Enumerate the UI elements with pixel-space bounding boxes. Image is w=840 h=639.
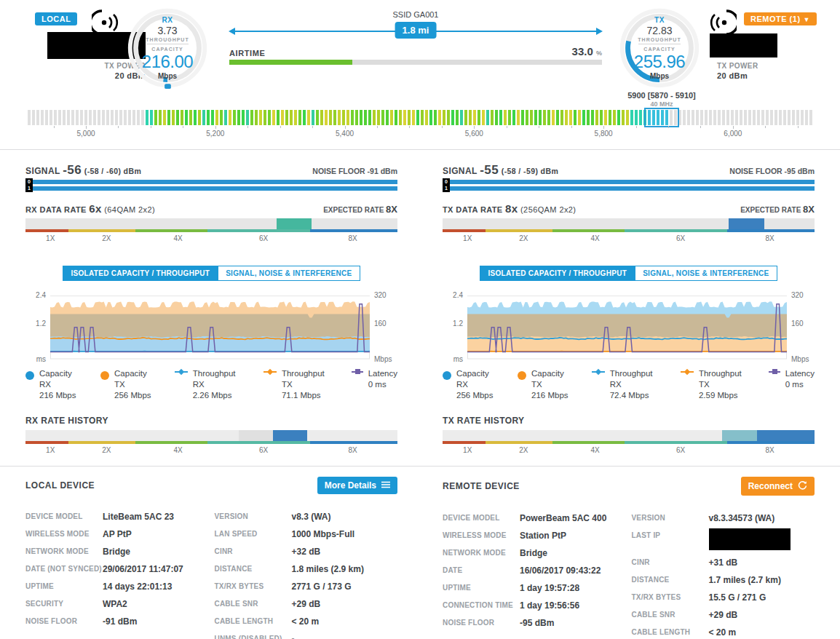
field-label: NOISE FLOOR [25,616,103,627]
rate-scale-segment [68,229,135,232]
refresh-icon [798,480,807,492]
capacity-throughput-chart: 2.41.2ms 320160Mbps [443,290,815,360]
chain-1-fill [443,186,815,191]
rate-scale-segment [25,229,68,232]
spectrum-bar [639,110,642,125]
chain-1-label: 1 [443,185,450,192]
spectrum-bar [45,110,48,125]
chain-1-signal-bar: 1 [25,186,397,191]
device-fields-column-1: DEVICE MODELLiteBeam 5AC 23WIRELESS MODE… [25,512,200,639]
field-value: 29/06/2017 11:47:07 [103,564,200,574]
axis-tick [86,126,87,129]
rate-scale-segment [486,229,552,232]
spectrum-bar [128,110,131,125]
tab-isolated-capacity-throughput[interactable]: ISOLATED CAPACITY / THROUGHPUT [63,266,218,281]
rx-gauge-throughput-label: THROUGHPUT [146,37,189,42]
spectrum-bar [32,110,35,125]
spectrum-bar [438,110,441,125]
rate-scale-label: 8X [766,234,774,242]
legend-item-capacity-rx: Capacity RX256 Mbps [443,368,500,401]
rate-scale-segment [625,229,727,232]
noise-floor: NOISE FLOOR -95 dBm [729,167,815,175]
spectrum-bar [805,110,808,125]
rate-scale-segment [552,441,625,444]
field-value: 1.7 miles (2.7 km) [709,575,815,585]
spectrum-bar [215,110,218,125]
rate-block [757,430,815,441]
axis-tick-label: 6,000 [724,130,742,138]
line-swatch-icon [264,371,277,373]
tab-signal-noise-interference[interactable]: SIGNAL, NOISE & INTERFERENCE [635,266,777,281]
spectrum-bar [390,110,393,125]
spectrum-bar [124,110,127,125]
spectrum-bar [58,110,61,125]
spectrum-bar [740,110,742,125]
rate-scale-segment [486,441,552,444]
chain-0-fill [443,180,815,184]
axis-tick [345,126,346,129]
rx-gauge-unit: Mbps [158,72,177,80]
rate-scale-label: 2X [102,446,111,454]
field-value: Station PtP [520,531,617,541]
dot-swatch-icon [443,371,451,380]
spectrum-bar [709,110,712,125]
expected-rate: EXPECTED RATE 8X [323,204,397,215]
line-swatch-icon [175,371,188,373]
local-badge: LOCAL [35,12,77,25]
field-label: NETWORK MODE [25,547,103,557]
device-action-button[interactable]: Reconnect [741,477,815,496]
chain-0-signal-bar: 0 [443,180,815,184]
spectrum-bar [320,110,323,125]
spectrum-bar [464,110,467,125]
spectrum-bar [499,110,502,125]
spectrum-bar [744,110,747,125]
spectrum-bar [626,110,629,125]
remote-dropdown-badge[interactable]: REMOTE (1)▼ [744,12,817,25]
field-value: Bridge [103,547,200,557]
mbps-axis: 320160Mbps [787,290,815,360]
spectrum-bar [211,110,214,125]
rate-scale-segment [310,441,397,444]
chain-0-signal-bar: 0 [25,180,397,184]
legend-item-throughput-rx: Throughput RX72.4 Mbps [592,368,663,401]
spectrum-bar [403,110,406,125]
rate-scale-label: 6X [259,446,268,454]
rate-scale-label: 4X [590,234,599,242]
rate-scale-segment [443,441,486,444]
spectrum-bar [473,110,476,125]
spectrum-bar [172,110,175,125]
spectrum-bar [338,110,341,125]
tab-isolated-capacity-throughput[interactable]: ISOLATED CAPACITY / THROUGHPUT [480,266,635,281]
spectrum-bar [355,110,358,125]
axis-tick [668,126,669,128]
field-label: DISTANCE [215,564,292,574]
field-value [709,531,815,550]
field-label: CABLE SNR [215,599,292,609]
spectrum-bar [364,110,367,125]
legend-item-throughput-tx: Throughput TX2.59 Mbps [681,368,751,401]
tab-signal-noise-interference[interactable]: SIGNAL, NOISE & INTERFERENCE [218,266,360,281]
spectrum-bar [543,110,546,125]
rate-history-bar [443,430,815,444]
device-action-button[interactable]: More Details [317,477,397,494]
field-value: - [292,634,398,639]
line-swatch-icon [681,371,694,373]
axis-tick [733,126,734,129]
axis-tick [539,126,539,128]
spectrum-bar [224,110,227,125]
axis-tick-label: 5,400 [336,130,354,138]
spectrum-bar [115,110,118,125]
field-label: CONNECTION TIME [443,600,520,611]
rate-scale-label: 2X [519,234,528,242]
field-value: 1000 Mbps-Full [292,529,398,539]
ssid-label: SSID GA001 [393,10,439,19]
spectrum-bar [809,110,812,125]
field-label: TX/RX BYTES [632,592,709,603]
latency-axis: 2.41.2ms [443,290,467,360]
spectrum-bar [582,110,585,125]
channel-selection-box[interactable] [644,108,680,127]
spectrum-bar [526,110,528,125]
axis-tick [700,126,701,128]
spectrum-bar [242,110,245,125]
signal-value: -55 [480,163,499,177]
